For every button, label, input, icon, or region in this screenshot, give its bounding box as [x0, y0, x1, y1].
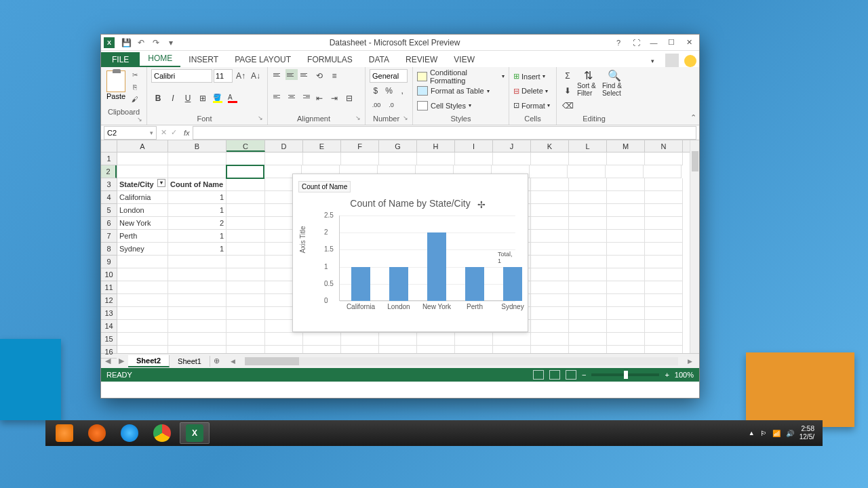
- column-header[interactable]: L: [569, 140, 607, 152]
- underline-button[interactable]: U: [181, 92, 195, 105]
- cell[interactable]: [645, 307, 683, 320]
- cell[interactable]: [455, 152, 493, 165]
- cell[interactable]: [569, 256, 607, 268]
- tab-data[interactable]: DATA: [361, 52, 397, 67]
- save-icon[interactable]: 💾: [120, 37, 132, 49]
- cut-icon[interactable]: ✂: [130, 69, 140, 80]
- cell[interactable]: [117, 333, 168, 346]
- number-launcher-icon[interactable]: ↘: [403, 115, 408, 121]
- cell[interactable]: [644, 165, 682, 178]
- cancel-formula-icon[interactable]: ✕: [161, 128, 167, 137]
- row-header[interactable]: 14: [101, 320, 117, 333]
- percent-icon[interactable]: %: [383, 84, 395, 98]
- maximize-button[interactable]: ☐: [664, 37, 679, 49]
- cell[interactable]: [265, 333, 303, 346]
- cell[interactable]: [645, 191, 683, 204]
- zoom-out-icon[interactable]: −: [582, 371, 586, 379]
- chart-bar[interactable]: [427, 232, 446, 301]
- column-header[interactable]: B: [168, 140, 226, 152]
- formula-input[interactable]: [193, 126, 696, 140]
- zoom-in-icon[interactable]: +: [665, 371, 669, 379]
- account-icon[interactable]: [665, 54, 679, 67]
- row-header[interactable]: 2: [101, 165, 117, 178]
- cell[interactable]: [607, 178, 645, 191]
- cell[interactable]: [168, 165, 226, 178]
- tab-formulas[interactable]: FORMULAS: [299, 52, 361, 67]
- cell[interactable]: [607, 333, 645, 346]
- increase-font-icon[interactable]: A↑: [234, 69, 248, 83]
- chart-bar[interactable]: [465, 267, 484, 301]
- cell[interactable]: [569, 268, 607, 281]
- close-button[interactable]: ✕: [682, 37, 696, 49]
- cell[interactable]: [569, 178, 607, 191]
- cell[interactable]: [645, 204, 683, 217]
- cell[interactable]: [303, 152, 341, 165]
- cell[interactable]: [645, 178, 683, 191]
- cell[interactable]: [569, 217, 607, 230]
- cell[interactable]: [645, 333, 683, 346]
- column-header[interactable]: I: [455, 140, 493, 152]
- cell[interactable]: [607, 217, 645, 230]
- column-header[interactable]: H: [417, 140, 455, 152]
- align-center-icon[interactable]: [285, 92, 298, 102]
- tray-show-hidden-icon[interactable]: ▲: [749, 430, 755, 436]
- cell[interactable]: State/City▾: [117, 178, 168, 191]
- name-box[interactable]: C2▾: [104, 126, 157, 140]
- copy-icon[interactable]: ⎘: [130, 81, 140, 92]
- cell[interactable]: [226, 204, 265, 217]
- cell[interactable]: [531, 294, 569, 307]
- fx-icon[interactable]: fx: [184, 129, 190, 137]
- cell[interactable]: Count of Name: [168, 178, 226, 191]
- cell[interactable]: [379, 346, 417, 353]
- cell[interactable]: [226, 178, 265, 191]
- cell[interactable]: [607, 152, 645, 165]
- filter-dropdown-icon[interactable]: ▾: [157, 179, 165, 187]
- cell[interactable]: Perth: [117, 230, 168, 243]
- align-middle-icon[interactable]: [285, 69, 298, 80]
- row-header[interactable]: 12: [101, 294, 117, 307]
- cell[interactable]: London: [117, 204, 168, 217]
- format-cells-button[interactable]: ⊡Format▾: [513, 98, 552, 113]
- cell[interactable]: [645, 346, 683, 353]
- cell[interactable]: [117, 346, 168, 353]
- tab-file[interactable]: FILE: [101, 52, 140, 67]
- cell[interactable]: [531, 320, 569, 333]
- font-family-select[interactable]: [151, 69, 212, 83]
- comma-icon[interactable]: ,: [396, 84, 408, 98]
- cell[interactable]: [607, 191, 645, 204]
- cell[interactable]: 2: [168, 217, 226, 230]
- cell[interactable]: [645, 243, 683, 256]
- tab-insert[interactable]: INSERT: [180, 52, 226, 67]
- collapse-ribbon-icon[interactable]: ⌃: [690, 113, 696, 122]
- qat-customize-icon[interactable]: ▾: [165, 37, 177, 49]
- tab-nav-next-icon[interactable]: ▶: [115, 357, 128, 365]
- cell[interactable]: [531, 152, 569, 165]
- select-all-corner[interactable]: [101, 140, 117, 152]
- minimize-button[interactable]: —: [646, 37, 661, 49]
- cell[interactable]: [645, 256, 683, 268]
- cell[interactable]: [226, 191, 265, 204]
- cell[interactable]: [531, 307, 569, 320]
- cell[interactable]: [341, 333, 379, 346]
- cell[interactable]: [226, 333, 265, 346]
- row-header[interactable]: 7: [101, 230, 117, 243]
- cell[interactable]: [168, 256, 226, 268]
- cell[interactable]: [569, 204, 607, 217]
- wrap-text-icon[interactable]: ≡: [328, 69, 341, 83]
- row-header[interactable]: 1: [101, 152, 117, 165]
- cell[interactable]: [379, 152, 417, 165]
- cell[interactable]: [117, 268, 168, 281]
- cell[interactable]: [645, 294, 683, 307]
- delete-cells-button[interactable]: ⊟Delete▾: [513, 84, 552, 98]
- cell[interactable]: [569, 230, 607, 243]
- fill-icon[interactable]: ⬇: [561, 84, 574, 98]
- cell[interactable]: [117, 281, 168, 294]
- ribbon-display-icon[interactable]: ⛶: [629, 37, 644, 49]
- align-right-icon[interactable]: [299, 92, 311, 102]
- page-layout-view-icon[interactable]: [549, 370, 560, 380]
- cell[interactable]: [531, 333, 569, 346]
- font-launcher-icon[interactable]: ↘: [258, 115, 263, 121]
- bold-button[interactable]: B: [151, 92, 165, 105]
- format-as-table-button[interactable]: Format as Table▾: [417, 84, 505, 98]
- smiley-icon[interactable]: [684, 55, 696, 67]
